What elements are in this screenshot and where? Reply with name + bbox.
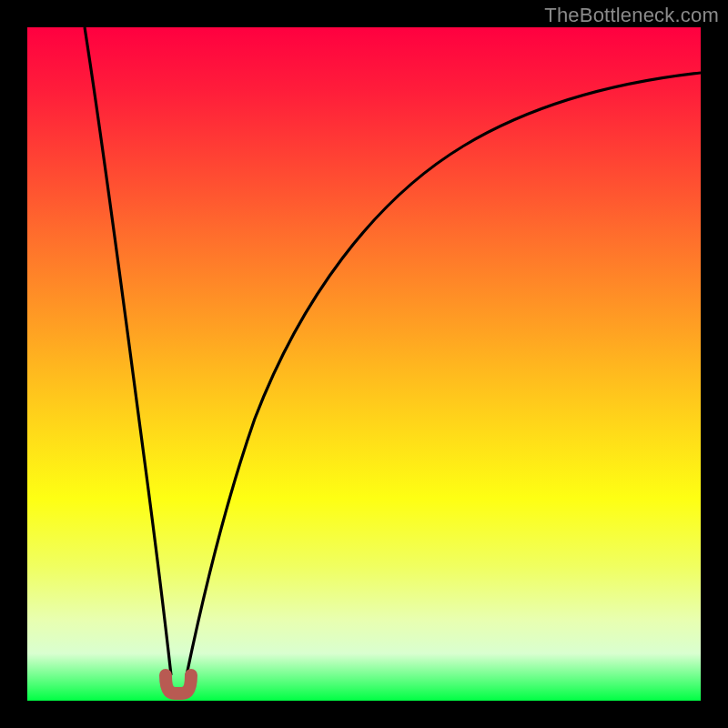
- bottleneck-curve-left: [85, 27, 171, 675]
- minimum-marker: [166, 675, 191, 693]
- watermark-text: TheBottleneck.com: [544, 4, 719, 27]
- curve-overlay: [27, 27, 701, 701]
- plot-area: [27, 27, 701, 701]
- bottleneck-curve-right: [187, 73, 701, 675]
- chart-frame: TheBottleneck.com: [0, 0, 728, 728]
